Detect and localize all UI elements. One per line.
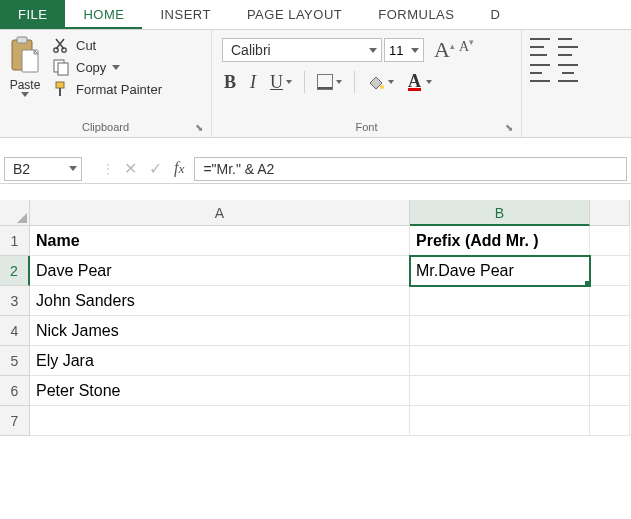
border-icon	[317, 74, 333, 90]
paste-icon	[8, 36, 42, 76]
svg-rect-1	[17, 37, 27, 43]
column-header-a[interactable]: A	[30, 200, 410, 226]
chevron-down-icon	[369, 48, 377, 53]
row-header[interactable]: 4	[0, 316, 30, 346]
align-left-button[interactable]	[530, 64, 550, 82]
clipboard-group-label: Clipboard	[82, 121, 129, 133]
select-all-corner[interactable]	[0, 200, 30, 226]
tab-file[interactable]: FILE	[0, 0, 65, 29]
spreadsheet-grid: A B 1 Name Prefix (Add Mr. ) 2 Dave Pear…	[0, 200, 631, 436]
ribbon-group-font: Calibri 11 A▴ A▾ B I U	[212, 30, 522, 137]
cut-button[interactable]: Cut	[52, 36, 162, 54]
enter-formula-button[interactable]: ✓	[149, 159, 162, 178]
cell-a4[interactable]: Nick James	[30, 316, 410, 346]
cell-a5[interactable]: Ely Jara	[30, 346, 410, 376]
paste-button[interactable]: Paste	[6, 34, 48, 119]
align-center-button[interactable]	[558, 64, 578, 82]
name-box-value: B2	[13, 161, 30, 177]
bucket-icon	[367, 73, 385, 91]
cut-label: Cut	[76, 38, 96, 53]
tab-insert[interactable]: INSERT	[142, 0, 228, 29]
font-size-value: 11	[389, 43, 403, 58]
tab-page-layout[interactable]: PAGE LAYOUT	[229, 0, 360, 29]
svg-rect-8	[59, 88, 61, 96]
cell-a2[interactable]: Dave Pear	[30, 256, 410, 286]
cell[interactable]	[590, 286, 630, 316]
column-header-b[interactable]: B	[410, 200, 590, 226]
cell-a7[interactable]	[30, 406, 410, 436]
name-box[interactable]: B2	[4, 157, 82, 181]
chevron-down-icon	[112, 65, 120, 70]
dialog-launcher-icon[interactable]: ⬊	[195, 122, 203, 133]
font-name-value: Calibri	[231, 42, 271, 58]
cell-b1[interactable]: Prefix (Add Mr. )	[410, 226, 590, 256]
row-header[interactable]: 3	[0, 286, 30, 316]
paintbrush-icon	[52, 80, 70, 98]
cell-b6[interactable]	[410, 376, 590, 406]
row-header[interactable]: 2	[0, 256, 30, 286]
cell-b5[interactable]	[410, 346, 590, 376]
insert-function-button[interactable]: fx	[174, 159, 184, 178]
align-middle-button[interactable]	[558, 38, 578, 56]
formula-value: ="Mr." & A2	[203, 161, 274, 177]
svg-point-9	[380, 85, 384, 89]
column-header-partial[interactable]	[590, 200, 630, 226]
ribbon-tabs: FILE HOME INSERT PAGE LAYOUT FORMULAS D	[0, 0, 631, 30]
cell[interactable]	[590, 226, 630, 256]
cell-b3[interactable]	[410, 286, 590, 316]
row-header[interactable]: 7	[0, 406, 30, 436]
ribbon: Paste Cut Copy	[0, 30, 631, 138]
font-color-button[interactable]: A	[406, 74, 434, 91]
chevron-down-icon	[411, 48, 419, 53]
fill-color-button[interactable]	[365, 73, 396, 91]
cell-a6[interactable]: Peter Stone	[30, 376, 410, 406]
font-size-select[interactable]: 11	[384, 38, 424, 62]
font-name-select[interactable]: Calibri	[222, 38, 382, 62]
cell-a3[interactable]: John Sanders	[30, 286, 410, 316]
ribbon-group-alignment	[522, 30, 586, 137]
copy-icon	[52, 58, 70, 76]
svg-rect-7	[56, 82, 64, 88]
paste-label: Paste	[10, 78, 41, 92]
underline-button[interactable]: U	[268, 72, 294, 93]
formula-bar: B2 ⋮ ✕ ✓ fx ="Mr." & A2	[0, 154, 631, 184]
cell-b7[interactable]	[410, 406, 590, 436]
increase-font-size-button[interactable]: A▴	[434, 37, 455, 63]
cell-b4[interactable]	[410, 316, 590, 346]
bold-button[interactable]: B	[222, 72, 238, 93]
decrease-font-size-button[interactable]: A▾	[459, 37, 474, 63]
copy-label: Copy	[76, 60, 106, 75]
format-painter-label: Format Painter	[76, 82, 162, 97]
cell[interactable]	[590, 376, 630, 406]
tab-formulas[interactable]: FORMULAS	[360, 0, 472, 29]
copy-button[interactable]: Copy	[52, 58, 162, 76]
separator: ⋮	[102, 162, 114, 176]
separator	[354, 71, 355, 93]
formula-input[interactable]: ="Mr." & A2	[194, 157, 627, 181]
dialog-launcher-icon[interactable]: ⬊	[505, 122, 513, 133]
border-button[interactable]	[315, 74, 344, 90]
font-color-icon: A	[408, 74, 421, 91]
italic-button[interactable]: I	[248, 72, 258, 93]
align-top-button[interactable]	[530, 38, 550, 56]
row-header[interactable]: 6	[0, 376, 30, 406]
tab-partial[interactable]: D	[472, 0, 518, 29]
cell[interactable]	[590, 346, 630, 376]
ribbon-group-clipboard: Paste Cut Copy	[0, 30, 212, 137]
svg-rect-6	[58, 63, 68, 75]
cell[interactable]	[590, 406, 630, 436]
row-header[interactable]: 1	[0, 226, 30, 256]
row-header[interactable]: 5	[0, 346, 30, 376]
format-painter-button[interactable]: Format Painter	[52, 80, 162, 98]
cell[interactable]	[590, 256, 630, 286]
separator	[304, 71, 305, 93]
scissors-icon	[52, 36, 70, 54]
cell-a1[interactable]: Name	[30, 226, 410, 256]
tab-home[interactable]: HOME	[65, 0, 142, 29]
cell-b2[interactable]: Mr.Dave Pear	[410, 256, 590, 286]
cell[interactable]	[590, 316, 630, 346]
chevron-down-icon	[69, 166, 77, 171]
cancel-formula-button[interactable]: ✕	[124, 159, 137, 178]
font-group-label: Font	[355, 121, 377, 133]
chevron-down-icon	[21, 92, 29, 97]
